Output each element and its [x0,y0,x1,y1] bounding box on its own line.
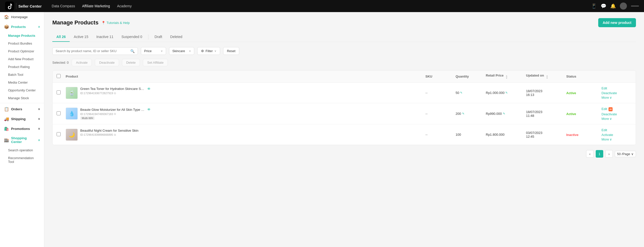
bell-icon[interactable]: 🔔 [610,3,616,9]
notification-chat-icon[interactable]: 💬 [601,3,606,9]
row1-edit-btn[interactable]: Edit [601,86,607,90]
next-page-btn[interactable]: › [605,150,613,158]
row2-copy-icon[interactable]: ⧉ [114,112,116,116]
sidebar-item-promotions[interactable]: 🛍️ Promotions ∨ [0,124,44,134]
tab-all[interactable]: All 26 [52,32,70,42]
search-box[interactable]: 🔍 [52,47,138,55]
prev-page-btn[interactable]: ‹ [586,150,594,158]
row2-quantity: 200 ✎ [456,112,486,116]
row1-checkbox-input[interactable] [57,90,61,94]
activate-button[interactable]: Activate [72,59,92,66]
tab-draft[interactable]: Draft [150,32,166,42]
filter-label: Filter [206,49,213,53]
sidebar-item-batch-tool[interactable]: Batch Tool [0,71,44,79]
row2-deactivate-btn[interactable]: Deactivate [601,112,617,116]
row3-name-text: Beautiful Night Cream for Sensitive Skin [80,129,138,132]
row2-product-info: Beaute Glow Moisturizer for All Skin Typ… [80,108,425,120]
username[interactable] [631,6,639,7]
row2-product-name: Beaute Glow Moisturizer for All Skin Typ… [80,108,425,112]
sidebar-item-shopping-center[interactable]: 🏬 Shopping Center ∧ [0,134,44,146]
search-input[interactable] [56,49,128,53]
row3-product-cell: 🌙 Beautiful Night Cream for Sensitive Sk… [66,129,425,141]
device-icon[interactable]: 📱 [591,3,597,9]
add-product-button[interactable]: Add new product [598,18,636,27]
tab-divider [148,34,148,40]
sidebar-item-media-center[interactable]: Media Center [0,79,44,86]
category-filter[interactable]: Skincare ∨ [169,47,194,55]
tutorials-link[interactable]: 📍 Tutorials & Help [101,21,130,25]
row1-copy-icon[interactable]: ⧉ [114,92,116,95]
sidebar-item-add-new-product[interactable]: Add New Product [0,55,44,63]
select-all-checkbox[interactable] [57,74,61,78]
filter-button[interactable]: ⚙ Filter ∨ [197,47,220,55]
nav-data-compass[interactable]: Data Compass [52,4,75,8]
deactivate-button[interactable]: Deactivate [95,59,119,66]
sidebar-item-search-operation[interactable]: Search operation [0,146,44,154]
nav-links: Data Compass Affiliate Marketing Academy [52,4,132,8]
date-sort-icon[interactable]: ▲▼ [546,75,548,79]
tab-active[interactable]: Active 15 [70,32,92,42]
nav-academy[interactable]: Academy [117,4,132,8]
row1-updated: 18/07/2023 16:13 [526,89,566,97]
sidebar-item-product-bundles[interactable]: Product Bundles [0,40,44,47]
delete-button[interactable]: Delete [122,59,140,66]
row1-more-chevron-icon: ∨ [610,96,612,99]
row2-status: Active [566,112,601,116]
sidebar-item-products[interactable]: 📦 Products ∧ [0,22,44,32]
row1-sku: -- [425,91,456,95]
tab-suspended[interactable]: Suspended 0 [117,32,146,42]
per-page-select[interactable]: 50 /Page ∨ [615,151,636,157]
tab-inactive[interactable]: Inactive 11 [92,32,117,42]
page-1-btn[interactable]: 1 [596,150,603,158]
row1-price-edit-icon[interactable]: ✎ [505,91,508,94]
tab-deleted[interactable]: Deleted [166,32,186,42]
sidebar-item-manage-products[interactable]: Manage Products [0,32,44,40]
price-sort-icon[interactable]: ▲▼ [505,75,508,79]
header-sku: SKU [425,75,456,78]
sidebar-item-orders[interactable]: 📋 Orders ∨ [0,104,44,114]
chevron-down-orders-icon: ∨ [38,108,40,111]
row1-eye-icon[interactable]: 👁 [147,87,151,91]
price-filter[interactable]: Price ∨ [141,47,166,55]
row2-more-btn[interactable]: More ∨ [601,117,612,121]
row3-activate-btn[interactable]: Activate [601,133,613,137]
promotions-icon: 🛍️ [4,126,9,131]
sidebar-item-opportunity-center[interactable]: Opportunity Center [0,86,44,94]
sidebar-item-product-optimizer[interactable]: Product Optimizer [0,47,44,55]
row2-status-badge: Active [566,112,576,116]
row3-more-btn[interactable]: More ∨ [601,137,612,141]
main-content: Manage Products 📍 Tutorials & Help Add n… [44,12,644,247]
row3-edit-btn[interactable]: Edit [601,128,607,132]
row1-status: Active [566,91,601,95]
row2-eye-icon[interactable]: 👁 [147,108,151,112]
avatar[interactable] [620,3,627,10]
nav-affiliate-marketing[interactable]: Affiliate Marketing [82,4,110,8]
sidebar-item-product-rating[interactable]: Product Rating [0,63,44,71]
row3-copy-icon[interactable]: ⧉ [114,133,116,136]
logo[interactable]: Seller Center [5,2,42,11]
row2-edit-btn[interactable]: Edit AI [601,107,613,112]
row1-deactivate-btn[interactable]: Deactivate [601,91,617,95]
filters-row: 🔍 Price ∨ Skincare ∨ ⚙ Filter ∨ Reset [52,47,636,55]
sidebar-item-homepage[interactable]: 🏠 Homepage [0,12,44,22]
set-affiliate-button[interactable]: Set Affiliate [143,59,168,66]
row2-price-edit-icon[interactable]: ✎ [503,112,505,115]
row1-qty-edit-icon[interactable]: ✎ [460,91,462,94]
sidebar-item-shipping[interactable]: 🚚 Shipping ∨ [0,114,44,124]
reset-button[interactable]: Reset [223,47,239,55]
page-title-row: Manage Products 📍 Tutorials & Help [52,19,130,26]
sidebar-item-recommendation-tool[interactable]: Recommendation Tool [0,154,44,166]
sidebar-item-manage-stock[interactable]: Manage Stock [0,94,44,102]
page-header: Manage Products 📍 Tutorials & Help Add n… [52,18,636,27]
row2-product-id: ID:1729641947499367183 ⧉ [80,112,425,116]
row1-more-btn[interactable]: More ∨ [601,96,612,99]
price-label: Price [144,49,152,53]
row1-thumbnail: 🍵 [66,87,78,99]
selected-count: 0 [67,61,69,64]
sidebar-promotions-label: Promotions [11,127,30,131]
row3-checkbox-input[interactable] [57,132,61,136]
row2-checkbox-input[interactable] [57,111,61,115]
row2-qty-edit-icon[interactable]: ✎ [462,112,464,115]
row3-updated: 03/07/2023 12:45 [526,131,566,138]
sidebar-orders-label: Orders [11,107,22,111]
